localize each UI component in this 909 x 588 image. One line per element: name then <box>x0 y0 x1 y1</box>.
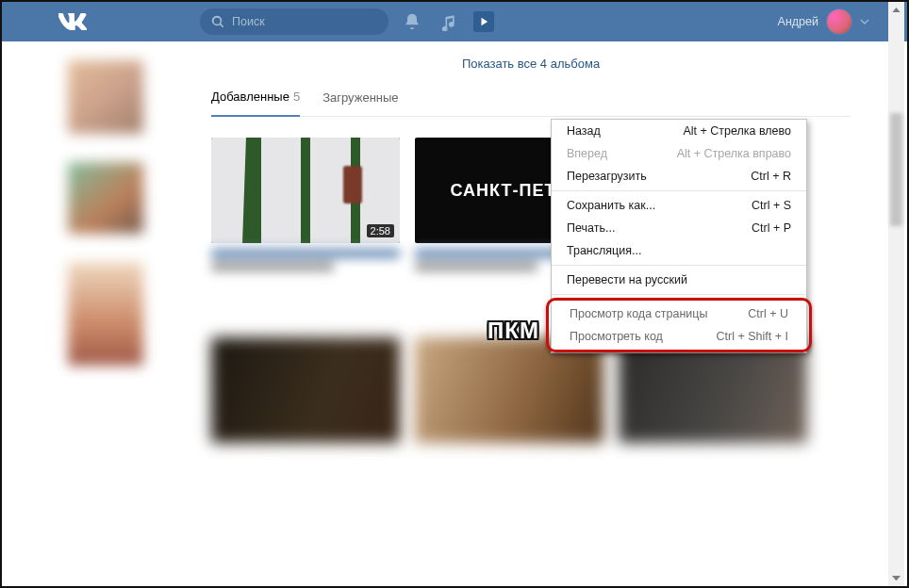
sidebar-thumb <box>68 60 143 134</box>
vk-logo[interactable] <box>58 8 87 36</box>
ctx-translate[interactable]: Перевести на русский <box>552 269 806 291</box>
scroll-down-icon[interactable] <box>888 570 904 586</box>
search-icon <box>211 15 224 28</box>
music-icon[interactable] <box>438 11 458 32</box>
ctx-back[interactable]: НазадAlt + Стрелка влево <box>552 120 806 142</box>
scrollbar[interactable] <box>888 2 904 586</box>
video-card[interactable] <box>211 337 400 443</box>
ctx-print[interactable]: Печать...Ctrl + P <box>552 217 806 239</box>
annotation-label: ПКМ <box>488 318 539 344</box>
ctx-reload[interactable]: ПерезагрузитьCtrl + R <box>552 165 806 188</box>
tab-uploaded[interactable]: Загруженные <box>322 90 398 116</box>
notifications-icon[interactable] <box>402 11 422 32</box>
avatar <box>826 8 852 35</box>
sidebar-thumb <box>68 262 143 366</box>
video-duration: 2:58 <box>367 224 394 237</box>
tabs: Добавленные5 Загруженные <box>211 90 851 117</box>
video-play-icon[interactable] <box>473 11 494 32</box>
left-sidebar <box>68 60 143 394</box>
scroll-thumb[interactable] <box>890 113 902 226</box>
tab-added[interactable]: Добавленные5 <box>211 90 300 117</box>
ctx-cast[interactable]: Трансляция... <box>552 239 806 262</box>
chevron-down-icon <box>860 19 869 24</box>
header-bar: Поиск Андрей <box>2 2 907 41</box>
search-box[interactable]: Поиск <box>200 8 388 35</box>
ctx-inspect[interactable]: Просмотреть кодCtrl + Shift + I <box>549 325 809 348</box>
video-card[interactable]: 2:58 <box>211 138 400 281</box>
sidebar-thumb <box>68 162 143 234</box>
highlight-annotation: Просмотр кода страницыCtrl + U Просмотре… <box>546 298 812 352</box>
ctx-view-source[interactable]: Просмотр кода страницыCtrl + U <box>549 302 809 325</box>
ctx-forward: ВпередAlt + Стрелка вправо <box>552 142 806 165</box>
scroll-up-icon[interactable] <box>888 2 904 18</box>
user-menu[interactable]: Андрей <box>778 8 869 35</box>
ctx-save-as[interactable]: Сохранить как...Ctrl + S <box>552 194 806 217</box>
username: Андрей <box>778 15 818 28</box>
show-all-albums-link[interactable]: Показать все 4 альбома <box>211 41 851 90</box>
search-placeholder: Поиск <box>232 15 265 28</box>
context-menu: НазадAlt + Стрелка влево ВпередAlt + Стр… <box>551 119 807 353</box>
